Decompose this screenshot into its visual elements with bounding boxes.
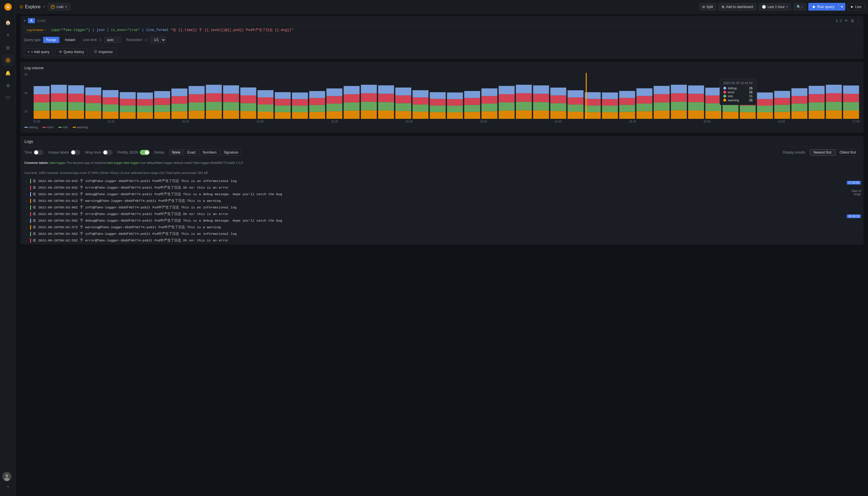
label-app3: fake-logger xyxy=(124,161,140,165)
log-expand-icon[interactable]: › xyxy=(25,219,28,223)
run-query-main[interactable]: Run query xyxy=(808,3,838,11)
svg-rect-87 xyxy=(344,103,360,111)
log-expand-icon[interactable]: › xyxy=(25,232,28,236)
datasource-label: Loki xyxy=(57,4,63,9)
svg-rect-57 xyxy=(206,85,222,93)
dedup-numbers[interactable]: Numbers xyxy=(200,149,220,156)
query-history-button[interactable]: ⟳ Query history xyxy=(56,48,88,56)
log-row[interactable]: › 在 2022-06-28T09:03:02Z 于 debug@fake-lo… xyxy=(21,191,863,198)
svg-rect-63 xyxy=(240,103,256,111)
svg-rect-126 xyxy=(516,110,532,119)
svg-rect-45 xyxy=(154,91,170,98)
sidebar-item-home[interactable]: 🏠 xyxy=(2,17,14,28)
unique-labels-toggle-group: Unique labels xyxy=(48,150,80,155)
inspector-button[interactable]: ⓘ Inspector xyxy=(90,48,117,56)
sidebar-item-settings[interactable]: ⚙ xyxy=(2,80,14,91)
dedup-none[interactable]: None xyxy=(169,149,183,156)
sidebar-item-profile[interactable] xyxy=(2,472,12,481)
zoom-out-button[interactable]: 🔍− xyxy=(793,3,806,11)
wrap-lines-toggle[interactable] xyxy=(103,150,112,155)
time-range-selector[interactable]: 🕐 Last 1 hour ▾ xyxy=(759,3,791,11)
log-row[interactable]: › 在 2022-06-28T09:02:59Z 于 error@fake-lo… xyxy=(21,211,863,218)
sidebar-item-explore[interactable] xyxy=(2,55,14,66)
svg-rect-89 xyxy=(344,86,360,94)
log-expand-icon[interactable]: › xyxy=(25,213,28,216)
resolution-select[interactable]: 1/1 1/2 1/4 xyxy=(150,36,166,43)
split-button[interactable]: ⧉ Split xyxy=(699,3,716,11)
label-app: fake-logger xyxy=(50,161,66,165)
sidebar-item-add[interactable]: + xyxy=(2,29,14,41)
app-logo[interactable]: G xyxy=(3,2,13,12)
log-expand-icon[interactable]: › xyxy=(25,226,28,230)
svg-rect-104 xyxy=(413,97,429,105)
play-icon xyxy=(851,5,854,8)
log-level-bar xyxy=(30,199,31,203)
line-limit-info-icon[interactable]: ⓘ xyxy=(99,38,102,42)
time-toggle[interactable] xyxy=(34,150,43,155)
svg-rect-69 xyxy=(258,90,274,97)
resolution-info-icon[interactable]: ⓘ xyxy=(145,38,148,42)
instant-button[interactable]: Instant xyxy=(62,37,78,43)
svg-rect-129 xyxy=(516,85,532,93)
sidebar-item-alerts[interactable]: 🔔 xyxy=(2,67,14,79)
dashboard-icon: ⊞ xyxy=(722,5,725,9)
svg-rect-150 xyxy=(619,112,635,119)
log-row[interactable]: › 在 2022-06-28T09:02:56Z 于 info@fake-log… xyxy=(21,231,863,237)
line-limit-input[interactable] xyxy=(104,37,121,43)
run-query-button[interactable]: Run query ▾ xyxy=(808,3,845,11)
run-query-dropdown[interactable]: ▾ xyxy=(838,3,845,11)
log-row[interactable]: › 在 2022-06-28T09:02:58Z 于 debug@fake-lo… xyxy=(21,218,863,224)
log-row[interactable]: › 在 2022-06-28T09:03:00Z 于 info@fake-log… xyxy=(21,204,863,211)
log-row[interactable]: › 在 2022-06-28T09:02:57Z 于 warning@fake-… xyxy=(21,224,863,231)
query-more-icon[interactable]: ⋮ xyxy=(856,19,860,23)
oldest-first-button[interactable]: Oldest first xyxy=(836,149,860,156)
query-eye-icon[interactable]: 👁 xyxy=(844,19,848,23)
dedup-signature[interactable]: Signature xyxy=(220,149,242,156)
log-row[interactable]: › 在 2022-06-28T09:03:01Z 于 warning@fake-… xyxy=(21,198,863,204)
live-button[interactable]: Live xyxy=(848,3,865,11)
add-to-dashboard-button[interactable]: ⊞ Add to dashboard xyxy=(718,3,756,11)
sidebar-item-dashboards[interactable]: ⊞ xyxy=(2,42,14,53)
log-level-bar xyxy=(30,238,31,243)
log-browser-button[interactable]: Log browser › xyxy=(24,27,48,33)
chart-area[interactable]: 20 40 60 /* bars rendered xyxy=(25,73,860,119)
svg-rect-119 xyxy=(481,104,497,111)
log-rows-container: › 在 2022-06-28T09:03:04Z 于 info@fake-log… xyxy=(21,178,863,244)
query-delete-icon[interactable]: 🗑 xyxy=(851,19,854,23)
svg-rect-197 xyxy=(809,86,825,94)
query-copy-icon[interactable]: ⎘ xyxy=(840,19,842,23)
add-query-label: + Add query xyxy=(31,50,49,54)
prettify-json-toggle[interactable] xyxy=(140,150,150,155)
unique-labels-toggle[interactable] xyxy=(71,150,80,155)
sidebar-item-help[interactable]: ? xyxy=(2,482,14,493)
svg-rect-144 xyxy=(585,99,601,105)
svg-rect-140 xyxy=(568,97,584,105)
log-expand-icon[interactable]: › xyxy=(25,239,28,243)
query-info-icon[interactable]: ℹ xyxy=(836,19,838,23)
log-expand-icon[interactable]: › xyxy=(25,192,28,197)
log-row[interactable]: › 在 2022-06-28T09:03:03Z 于 error@fake-lo… xyxy=(21,185,863,191)
log-row[interactable]: › 在 2022-06-28T09:02:55Z 于 error@fake-lo… xyxy=(21,237,863,244)
svg-rect-178 xyxy=(740,112,756,119)
svg-rect-108 xyxy=(430,99,446,105)
log-row[interactable]: › 在 2022-06-28T09:03:04Z 于 info@fake-log… xyxy=(21,178,863,185)
range-button[interactable]: Range xyxy=(43,37,59,43)
log-content: 在 2022-06-28T09:03:02Z 于 debug@fake-logg… xyxy=(33,192,860,196)
svg-rect-97 xyxy=(378,85,394,94)
sidebar-item-shield[interactable]: 🛡 xyxy=(2,92,14,104)
svg-rect-156 xyxy=(636,96,652,104)
log-expand-icon[interactable]: › xyxy=(25,180,28,183)
share-icon[interactable]: ↗ xyxy=(42,4,45,9)
query-editor[interactable]: {app="fake-logger"} | json | is_even="tr… xyxy=(51,28,860,32)
newest-first-button[interactable]: Newest first xyxy=(810,149,835,156)
collapse-button[interactable]: ▾ xyxy=(24,19,26,23)
datasource-selector[interactable]: Loki ▾ xyxy=(48,3,70,11)
add-query-button[interactable]: + + Add query xyxy=(24,48,53,56)
wrap-lines-toggle-group: Wrap lines xyxy=(85,150,112,155)
log-expand-icon[interactable]: › xyxy=(25,199,28,203)
dedup-exact[interactable]: Exact xyxy=(184,149,199,156)
svg-rect-24 xyxy=(68,94,84,102)
log-expand-icon[interactable]: › xyxy=(25,206,28,210)
svg-rect-171 xyxy=(705,103,721,111)
log-expand-icon[interactable]: › xyxy=(25,186,28,190)
